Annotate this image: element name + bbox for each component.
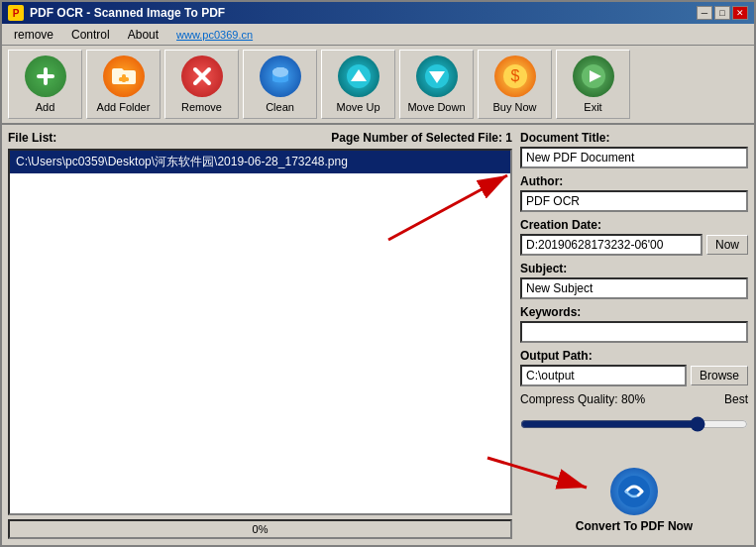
svg-text:$: $: [510, 67, 519, 84]
compress-quality-row: Compress Quality: 80% Best: [520, 392, 748, 406]
maximize-button[interactable]: □: [714, 6, 730, 20]
convert-btn-area: Convert To PDF Now: [520, 462, 748, 539]
keywords-label: Keywords:: [520, 305, 748, 319]
minimize-button[interactable]: ─: [697, 6, 712, 20]
svg-rect-3: [119, 77, 129, 81]
window-title: PDF OCR - Scanned Image To PDF: [30, 6, 225, 20]
exit-button[interactable]: Exit: [556, 50, 630, 119]
exit-icon: [573, 55, 614, 97]
progress-bar-container: 0%: [8, 519, 512, 539]
menu-control[interactable]: Control: [63, 26, 118, 44]
document-title-input[interactable]: [520, 147, 748, 168]
exit-label: Exit: [584, 101, 601, 113]
move-down-button[interactable]: Move Down: [399, 50, 474, 119]
move-down-label: Move Down: [407, 101, 465, 113]
subject-input[interactable]: [520, 277, 748, 299]
clean-button[interactable]: Clean: [243, 50, 317, 119]
add-icon: [25, 55, 66, 97]
convert-label: Convert To PDF Now: [576, 519, 693, 533]
creation-date-label: Creation Date:: [520, 218, 748, 232]
svg-point-7: [272, 67, 288, 77]
file-list-box[interactable]: C:\Users\pc0359\Desktop\河东软件园\2019-06-28…: [8, 149, 512, 515]
clean-label: Clean: [266, 101, 294, 113]
add-folder-label: Add Folder: [97, 101, 151, 113]
keywords-group: Keywords:: [520, 305, 748, 343]
menu-about[interactable]: About: [120, 26, 166, 44]
creation-date-group: Creation Date: Now: [520, 218, 748, 256]
author-input[interactable]: [520, 190, 748, 212]
creation-date-input[interactable]: [520, 234, 702, 256]
output-path-group: Output Path: Browse: [520, 349, 748, 386]
svg-rect-1: [37, 74, 54, 78]
list-item[interactable]: C:\Users\pc0359\Desktop\河东软件园\2019-06-28…: [10, 151, 510, 173]
remove-icon: [181, 55, 223, 97]
remove-label: Remove: [181, 101, 222, 113]
close-button[interactable]: ✕: [732, 6, 748, 20]
add-folder-icon: [103, 55, 145, 97]
toolbar: Add Add Folder Remove: [2, 46, 754, 125]
logo-link[interactable]: www.pc0369.cn: [176, 29, 253, 41]
move-up-label: Move Up: [336, 101, 379, 113]
author-group: Author:: [520, 174, 748, 212]
move-up-icon: [338, 55, 379, 97]
file-list-header: File List: Page Number of Selected File:…: [8, 131, 512, 145]
buy-now-label: Buy Now: [492, 101, 536, 113]
compress-slider[interactable]: [520, 416, 748, 432]
compress-quality-label: Compress Quality: 80%: [520, 392, 645, 406]
convert-button[interactable]: Convert To PDF Now: [564, 462, 704, 539]
menu-bar: remove Control About www.pc0369.cn: [2, 24, 754, 46]
clean-icon: [260, 55, 301, 97]
output-path-input[interactable]: [520, 365, 687, 386]
now-button[interactable]: Now: [706, 235, 748, 255]
creation-date-row: Now: [520, 234, 748, 256]
remove-button[interactable]: Remove: [164, 50, 239, 119]
author-label: Author:: [520, 174, 748, 188]
progress-area: 0%: [8, 519, 512, 539]
subject-group: Subject:: [520, 262, 748, 299]
main-content: File List: Page Number of Selected File:…: [2, 125, 754, 545]
title-bar: P PDF OCR - Scanned Image To PDF ─ □ ✕: [2, 2, 754, 24]
left-panel: File List: Page Number of Selected File:…: [8, 131, 512, 539]
compress-best-label: Best: [724, 392, 748, 406]
page-number-label: Page Number of Selected File: 1: [331, 131, 512, 145]
keywords-input[interactable]: [520, 321, 748, 343]
move-down-icon: [416, 55, 458, 97]
move-up-button[interactable]: Move Up: [321, 50, 395, 119]
buy-now-button[interactable]: $ Buy Now: [478, 50, 552, 119]
browse-button[interactable]: Browse: [691, 366, 748, 385]
main-window: P PDF OCR - Scanned Image To PDF ─ □ ✕ r…: [0, 0, 756, 547]
document-title-group: Document Title:: [520, 131, 748, 168]
add-button[interactable]: Add: [8, 50, 82, 119]
progress-label: 0%: [253, 523, 269, 535]
document-title-label: Document Title:: [520, 131, 748, 145]
app-icon: P: [8, 5, 24, 21]
convert-icon: [610, 468, 658, 515]
svg-point-16: [618, 476, 650, 507]
add-folder-button[interactable]: Add Folder: [86, 50, 161, 119]
file-list-label: File List:: [8, 131, 56, 145]
right-panel: Document Title: Author: Creation Date: N…: [520, 131, 748, 539]
subject-label: Subject:: [520, 262, 748, 275]
menu-remove[interactable]: remove: [6, 26, 61, 44]
window-controls: ─ □ ✕: [697, 6, 748, 20]
compress-slider-container: [520, 416, 748, 435]
add-label: Add: [36, 101, 55, 113]
buy-now-icon: $: [494, 55, 536, 97]
output-path-label: Output Path:: [520, 349, 748, 363]
output-path-row: Browse: [520, 365, 748, 386]
